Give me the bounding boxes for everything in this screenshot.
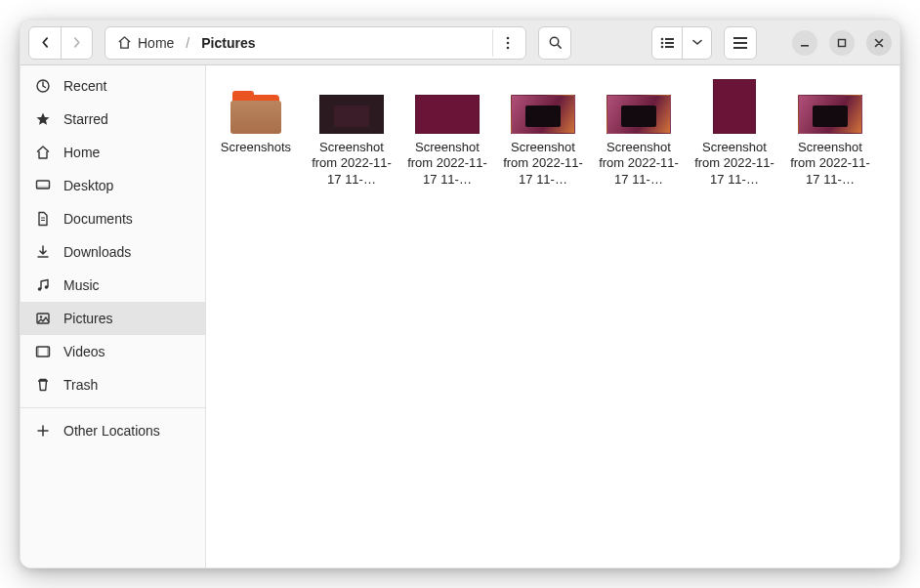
sidebar-item-trash[interactable]: Trash (21, 368, 205, 401)
sidebar-item-label: Pictures (63, 311, 113, 326)
maximize-button[interactable] (829, 30, 855, 56)
thumbnail-icon (713, 79, 756, 134)
forward-button[interactable] (61, 27, 92, 59)
sidebar-item-label: Other Locations (63, 423, 160, 439)
item-label: Screenshot from 2022-11-17 11-… (790, 140, 870, 187)
sidebar-item-recent[interactable]: Recent (21, 69, 205, 103)
list-icon (660, 37, 674, 49)
file-item[interactable]: Screenshot from 2022-11-17 11-… (599, 79, 679, 187)
svg-rect-7 (665, 42, 674, 44)
sidebar-item-pictures[interactable]: Pictures (21, 302, 205, 335)
path-menu-button[interactable] (492, 29, 522, 57)
folder-item[interactable]: Screenshots (216, 79, 296, 155)
sidebar-item-home[interactable]: Home (21, 136, 205, 169)
maximize-icon (837, 38, 847, 48)
list-view-button[interactable] (652, 27, 682, 59)
sidebar-item-label: Home (63, 145, 100, 160)
thumbnail-icon (798, 95, 862, 134)
thumbnail-icon (511, 95, 575, 134)
path-separator: / (184, 35, 191, 51)
path-home-label: Home (138, 35, 174, 51)
home-icon (117, 35, 132, 50)
sidebar-item-label: Starred (63, 111, 108, 127)
back-button[interactable] (29, 27, 61, 59)
thumbnail-icon (415, 95, 480, 134)
item-label: Screenshot from 2022-11-17 11-… (312, 140, 392, 187)
svg-rect-24 (47, 347, 50, 357)
sidebar-item-music[interactable]: Music (21, 269, 205, 302)
chevron-right-icon (71, 37, 82, 48)
svg-rect-13 (801, 45, 809, 47)
sidebar-item-videos[interactable]: Videos (21, 335, 205, 368)
file-item[interactable]: Screenshot from 2022-11-17 11-… (694, 79, 774, 187)
svg-rect-11 (733, 42, 747, 44)
svg-point-18 (38, 287, 42, 291)
close-icon (874, 38, 884, 48)
path-home[interactable]: Home (109, 31, 182, 55)
sidebar-item-documents[interactable]: Documents (21, 202, 205, 235)
plus-icon (34, 424, 52, 438)
downloads-icon (34, 244, 52, 260)
hamburger-menu-button[interactable] (724, 26, 757, 60)
sidebar-item-label: Trash (63, 377, 98, 393)
kebab-icon (502, 36, 514, 50)
pictures-icon (34, 311, 52, 326)
minimize-icon (800, 38, 810, 48)
svg-point-2 (506, 46, 509, 49)
icon-grid: Screenshots Screenshot from 2022-11-17 1… (216, 79, 890, 187)
svg-point-3 (550, 37, 558, 45)
thumbnail-icon (606, 95, 671, 134)
folder-icon (229, 91, 283, 134)
nav-buttons (28, 26, 93, 60)
file-item[interactable]: Screenshot from 2022-11-17 11-… (790, 79, 870, 187)
music-icon (34, 277, 52, 293)
thumbnail-icon (319, 95, 384, 134)
svg-point-19 (45, 285, 49, 289)
file-item[interactable]: Screenshot from 2022-11-17 11-… (503, 79, 583, 187)
svg-rect-10 (733, 37, 747, 39)
documents-icon (34, 211, 52, 227)
search-icon (548, 35, 563, 50)
file-item[interactable]: Screenshot from 2022-11-17 11-… (312, 79, 392, 187)
view-dropdown-button[interactable] (682, 27, 711, 59)
sidebar-item-label: Music (63, 277, 100, 293)
svg-point-21 (40, 315, 42, 317)
chevron-down-icon (692, 39, 702, 46)
sidebar-item-starred[interactable]: Starred (21, 103, 205, 136)
view-switcher (651, 26, 712, 60)
item-label: Screenshot from 2022-11-17 11-… (599, 140, 679, 187)
svg-rect-5 (665, 38, 674, 40)
item-label: Screenshot from 2022-11-17 11-… (407, 140, 487, 187)
svg-rect-23 (37, 347, 40, 357)
pathbar[interactable]: Home / Pictures (105, 26, 526, 60)
sidebar-item-other-locations[interactable]: Other Locations (21, 414, 205, 447)
svg-point-1 (506, 41, 509, 44)
svg-rect-12 (733, 47, 747, 49)
svg-rect-17 (37, 187, 50, 189)
path-current-label: Pictures (201, 35, 255, 51)
hamburger-icon (733, 37, 747, 49)
item-label: Screenshots (221, 140, 291, 155)
chevron-left-icon (40, 37, 51, 48)
item-label: Screenshot from 2022-11-17 11-… (503, 140, 583, 187)
svg-point-8 (661, 45, 664, 48)
sidebar-item-label: Downloads (63, 244, 131, 260)
item-label: Screenshot from 2022-11-17 11-… (694, 140, 774, 187)
svg-rect-9 (665, 46, 674, 48)
sidebar-separator (21, 407, 205, 408)
sidebar: Recent Starred Home Desktop Documents Do… (21, 65, 206, 567)
sidebar-item-label: Desktop (63, 178, 113, 193)
minimize-button[interactable] (792, 30, 817, 56)
search-button[interactable] (538, 26, 571, 60)
star-icon (34, 111, 52, 127)
svg-point-4 (661, 37, 664, 40)
sidebar-item-desktop[interactable]: Desktop (21, 169, 205, 202)
path-current[interactable]: Pictures (193, 31, 263, 55)
svg-point-0 (506, 36, 509, 39)
sidebar-item-label: Videos (63, 344, 105, 359)
close-button[interactable] (866, 30, 892, 56)
content-area[interactable]: Screenshots Screenshot from 2022-11-17 1… (206, 65, 899, 567)
body: Recent Starred Home Desktop Documents Do… (21, 65, 899, 567)
sidebar-item-downloads[interactable]: Downloads (21, 235, 205, 269)
file-item[interactable]: Screenshot from 2022-11-17 11-… (407, 79, 487, 187)
